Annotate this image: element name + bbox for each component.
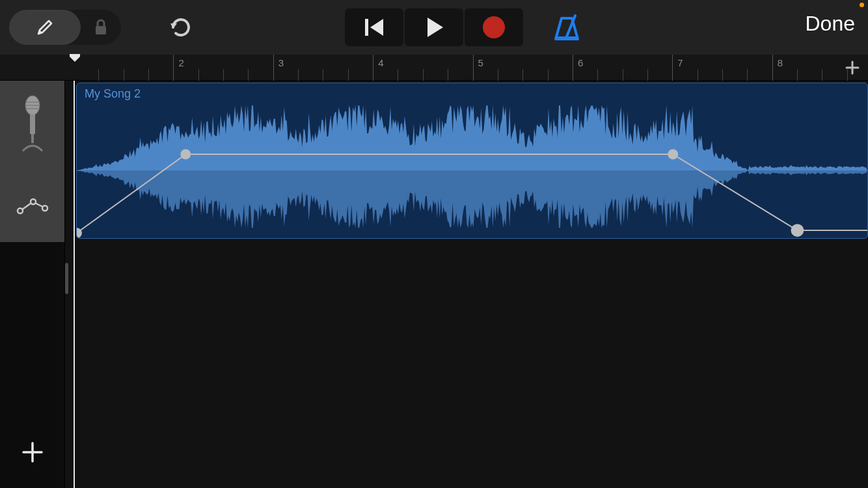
plus-icon bbox=[21, 441, 44, 463]
svg-point-2 bbox=[483, 16, 505, 38]
track-header-audio[interactable] bbox=[0, 81, 64, 242]
waveform bbox=[77, 103, 867, 238]
scroll-indicator bbox=[65, 263, 68, 294]
toolbar: Done bbox=[0, 0, 868, 55]
editor-body: My Song 2 bbox=[0, 81, 868, 488]
plus-icon bbox=[845, 61, 860, 75]
microphone-icon bbox=[20, 95, 45, 154]
svg-rect-7 bbox=[31, 134, 34, 143]
garageband-editor: Done 2345678 bbox=[0, 0, 868, 488]
rewind-button[interactable] bbox=[345, 8, 403, 46]
metronome-button[interactable] bbox=[552, 14, 582, 43]
svg-rect-4 bbox=[556, 36, 578, 40]
rewind-icon bbox=[361, 15, 387, 40]
record-icon bbox=[481, 14, 507, 40]
transport-controls bbox=[344, 8, 524, 46]
svg-rect-0 bbox=[96, 26, 106, 34]
done-button[interactable]: Done bbox=[806, 12, 856, 36]
playhead-line[interactable] bbox=[74, 81, 75, 488]
undo-icon bbox=[167, 14, 195, 40]
recording-indicator-dot bbox=[860, 3, 864, 7]
track-sidebar bbox=[0, 81, 65, 488]
svg-line-12 bbox=[35, 203, 43, 207]
edit-lock-toggle[interactable] bbox=[9, 10, 121, 45]
play-icon bbox=[422, 15, 446, 40]
svg-rect-6 bbox=[30, 115, 35, 134]
lock-icon bbox=[93, 18, 109, 36]
svg-line-11 bbox=[22, 203, 31, 210]
svg-rect-1 bbox=[365, 19, 368, 36]
record-button[interactable] bbox=[465, 8, 523, 46]
lock-button[interactable] bbox=[81, 18, 121, 36]
pencil-icon bbox=[34, 17, 55, 38]
playhead-marker[interactable] bbox=[70, 54, 80, 62]
play-button[interactable] bbox=[405, 8, 463, 46]
audio-region[interactable]: My Song 2 bbox=[76, 83, 868, 239]
automation-icon[interactable] bbox=[16, 197, 49, 216]
metronome-icon bbox=[552, 14, 582, 43]
region-label: My Song 2 bbox=[85, 87, 141, 101]
track-area[interactable]: My Song 2 bbox=[65, 81, 868, 488]
undo-button[interactable] bbox=[167, 14, 195, 40]
add-section-button[interactable] bbox=[839, 55, 865, 81]
edit-mode-button[interactable] bbox=[9, 10, 81, 45]
add-track-button[interactable] bbox=[0, 416, 65, 488]
timeline-ruler[interactable]: 2345678 bbox=[0, 55, 868, 81]
